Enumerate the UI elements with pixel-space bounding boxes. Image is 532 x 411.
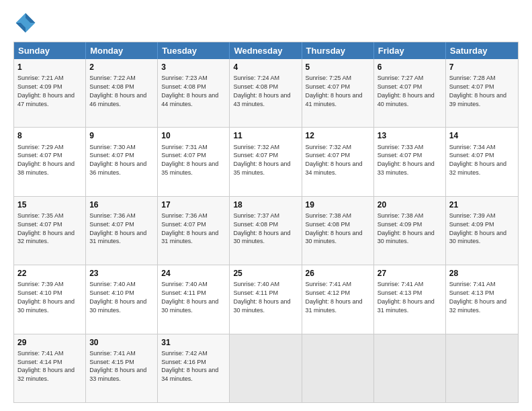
day-info: Sunrise: 7:37 AMSunset: 4:08 PMDaylight:… <box>233 212 290 244</box>
day-header-wednesday: Wednesday <box>230 42 302 59</box>
day-info: Sunrise: 7:41 AMSunset: 4:13 PMDaylight:… <box>449 281 506 313</box>
day-number: 26 <box>306 268 370 279</box>
day-cell-5: 5 Sunrise: 7:25 AMSunset: 4:07 PMDayligh… <box>302 59 374 127</box>
day-info: Sunrise: 7:36 AMSunset: 4:07 PMDaylight:… <box>161 212 218 244</box>
page: SundayMondayTuesdayWednesdayThursdayFrid… <box>0 0 532 411</box>
day-cell-14: 14 Sunrise: 7:34 AMSunset: 4:07 PMDaylig… <box>446 128 518 195</box>
day-info: Sunrise: 7:39 AMSunset: 4:10 PMDaylight:… <box>17 281 75 313</box>
day-info: Sunrise: 7:41 AMSunset: 4:15 PMDaylight:… <box>89 350 146 382</box>
day-header-thursday: Thursday <box>302 42 374 59</box>
day-info: Sunrise: 7:41 AMSunset: 4:13 PMDaylight:… <box>378 281 435 313</box>
day-header-sunday: Sunday <box>14 42 86 59</box>
day-info: Sunrise: 7:23 AMSunset: 4:08 PMDaylight:… <box>161 75 218 107</box>
calendar-week-2: 8 Sunrise: 7:29 AMSunset: 4:07 PMDayligh… <box>14 128 518 196</box>
day-cell-13: 13 Sunrise: 7:33 AMSunset: 4:07 PMDaylig… <box>374 128 446 195</box>
day-cell-10: 10 Sunrise: 7:31 AMSunset: 4:07 PMDaylig… <box>158 128 230 195</box>
day-number: 27 <box>378 268 442 279</box>
calendar-week-3: 15 Sunrise: 7:35 AMSunset: 4:07 PMDaylig… <box>14 197 518 265</box>
day-info: Sunrise: 7:36 AMSunset: 4:07 PMDaylight:… <box>89 212 146 244</box>
day-info: Sunrise: 7:41 AMSunset: 4:12 PMDaylight:… <box>306 281 363 313</box>
calendar: SundayMondayTuesdayWednesdayThursdayFrid… <box>13 42 519 403</box>
day-number: 2 <box>89 62 154 73</box>
header <box>13 11 519 35</box>
day-number: 21 <box>449 199 515 210</box>
day-number: 3 <box>161 62 226 73</box>
day-header-tuesday: Tuesday <box>158 42 230 59</box>
day-number: 31 <box>161 337 226 348</box>
day-number: 4 <box>233 62 298 73</box>
day-number: 30 <box>89 337 154 348</box>
day-cell-3: 3 Sunrise: 7:23 AMSunset: 4:08 PMDayligh… <box>158 59 230 127</box>
day-cell-25: 25 Sunrise: 7:40 AMSunset: 4:11 PMDaylig… <box>230 265 302 333</box>
day-info: Sunrise: 7:24 AMSunset: 4:08 PMDaylight:… <box>233 75 290 107</box>
day-info: Sunrise: 7:25 AMSunset: 4:07 PMDaylight:… <box>306 75 363 107</box>
day-cell-2: 2 Sunrise: 7:22 AMSunset: 4:08 PMDayligh… <box>86 59 158 127</box>
day-info: Sunrise: 7:35 AMSunset: 4:07 PMDaylight:… <box>17 212 75 244</box>
day-number: 10 <box>161 130 226 141</box>
day-number: 19 <box>306 199 370 210</box>
day-number: 13 <box>378 130 442 141</box>
calendar-week-4: 22 Sunrise: 7:39 AMSunset: 4:10 PMDaylig… <box>14 265 518 334</box>
day-number: 22 <box>17 268 82 279</box>
day-number: 8 <box>17 130 82 141</box>
day-cell-28: 28 Sunrise: 7:41 AMSunset: 4:13 PMDaylig… <box>446 265 518 333</box>
day-cell-27: 27 Sunrise: 7:41 AMSunset: 4:13 PMDaylig… <box>374 265 446 333</box>
day-cell-21: 21 Sunrise: 7:39 AMSunset: 4:09 PMDaylig… <box>446 197 518 265</box>
day-info: Sunrise: 7:42 AMSunset: 4:16 PMDaylight:… <box>161 350 218 382</box>
empty-cell <box>230 334 302 402</box>
day-cell-12: 12 Sunrise: 7:32 AMSunset: 4:07 PMDaylig… <box>302 128 374 195</box>
day-number: 14 <box>449 130 515 141</box>
day-number: 24 <box>161 268 226 279</box>
day-number: 23 <box>89 268 154 279</box>
day-cell-31: 31 Sunrise: 7:42 AMSunset: 4:16 PMDaylig… <box>158 334 230 402</box>
day-info: Sunrise: 7:40 AMSunset: 4:11 PMDaylight:… <box>233 281 290 313</box>
day-cell-4: 4 Sunrise: 7:24 AMSunset: 4:08 PMDayligh… <box>230 59 302 127</box>
day-info: Sunrise: 7:39 AMSunset: 4:09 PMDaylight:… <box>449 212 506 244</box>
day-header-monday: Monday <box>86 42 158 59</box>
day-cell-26: 26 Sunrise: 7:41 AMSunset: 4:12 PMDaylig… <box>302 265 374 333</box>
day-info: Sunrise: 7:29 AMSunset: 4:07 PMDaylight:… <box>17 144 75 176</box>
day-cell-15: 15 Sunrise: 7:35 AMSunset: 4:07 PMDaylig… <box>14 197 86 265</box>
logo <box>13 11 42 35</box>
calendar-week-1: 1 Sunrise: 7:21 AMSunset: 4:09 PMDayligh… <box>14 59 518 128</box>
day-number: 9 <box>89 130 154 141</box>
logo-icon <box>13 11 38 35</box>
day-cell-29: 29 Sunrise: 7:41 AMSunset: 4:14 PMDaylig… <box>14 334 86 402</box>
day-cell-9: 9 Sunrise: 7:30 AMSunset: 4:07 PMDayligh… <box>86 128 158 195</box>
calendar-header: SundayMondayTuesdayWednesdayThursdayFrid… <box>14 42 518 59</box>
day-header-saturday: Saturday <box>446 42 518 59</box>
day-cell-11: 11 Sunrise: 7:32 AMSunset: 4:07 PMDaylig… <box>230 128 302 195</box>
day-number: 1 <box>17 62 82 73</box>
calendar-week-5: 29 Sunrise: 7:41 AMSunset: 4:14 PMDaylig… <box>14 334 518 402</box>
day-cell-30: 30 Sunrise: 7:41 AMSunset: 4:15 PMDaylig… <box>86 334 158 402</box>
day-info: Sunrise: 7:34 AMSunset: 4:07 PMDaylight:… <box>449 144 506 176</box>
empty-cell <box>446 334 518 402</box>
day-cell-16: 16 Sunrise: 7:36 AMSunset: 4:07 PMDaylig… <box>86 197 158 265</box>
day-header-friday: Friday <box>374 42 446 59</box>
day-info: Sunrise: 7:41 AMSunset: 4:14 PMDaylight:… <box>17 350 75 382</box>
calendar-body: 1 Sunrise: 7:21 AMSunset: 4:09 PMDayligh… <box>14 59 518 402</box>
day-number: 25 <box>233 268 298 279</box>
day-number: 5 <box>306 62 370 73</box>
day-info: Sunrise: 7:30 AMSunset: 4:07 PMDaylight:… <box>89 144 146 176</box>
day-info: Sunrise: 7:28 AMSunset: 4:07 PMDaylight:… <box>449 75 506 107</box>
day-number: 7 <box>449 62 515 73</box>
day-cell-19: 19 Sunrise: 7:38 AMSunset: 4:08 PMDaylig… <box>302 197 374 265</box>
day-info: Sunrise: 7:32 AMSunset: 4:07 PMDaylight:… <box>306 144 363 176</box>
day-info: Sunrise: 7:33 AMSunset: 4:07 PMDaylight:… <box>378 144 435 176</box>
day-number: 11 <box>233 130 298 141</box>
day-cell-24: 24 Sunrise: 7:40 AMSunset: 4:11 PMDaylig… <box>158 265 230 333</box>
day-info: Sunrise: 7:38 AMSunset: 4:09 PMDaylight:… <box>378 212 435 244</box>
day-number: 18 <box>233 199 298 210</box>
day-info: Sunrise: 7:21 AMSunset: 4:09 PMDaylight:… <box>17 75 75 107</box>
day-cell-1: 1 Sunrise: 7:21 AMSunset: 4:09 PMDayligh… <box>14 59 86 127</box>
day-number: 17 <box>161 199 226 210</box>
day-cell-6: 6 Sunrise: 7:27 AMSunset: 4:07 PMDayligh… <box>374 59 446 127</box>
day-cell-8: 8 Sunrise: 7:29 AMSunset: 4:07 PMDayligh… <box>14 128 86 195</box>
day-cell-7: 7 Sunrise: 7:28 AMSunset: 4:07 PMDayligh… <box>446 59 518 127</box>
day-number: 29 <box>17 337 82 348</box>
day-cell-17: 17 Sunrise: 7:36 AMSunset: 4:07 PMDaylig… <box>158 197 230 265</box>
day-number: 12 <box>306 130 370 141</box>
day-info: Sunrise: 7:40 AMSunset: 4:11 PMDaylight:… <box>161 281 218 313</box>
day-info: Sunrise: 7:32 AMSunset: 4:07 PMDaylight:… <box>233 144 290 176</box>
